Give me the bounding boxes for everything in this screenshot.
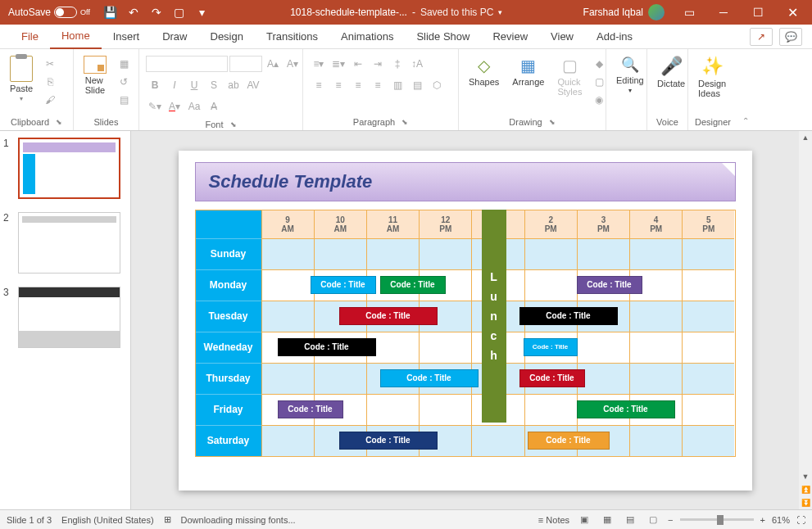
text-dir-icon[interactable]: ↕A <box>408 56 426 72</box>
schedule-block[interactable]: Code : Title <box>311 276 376 294</box>
clear-format-icon[interactable]: A̶ <box>205 98 223 115</box>
tab-file[interactable]: File <box>10 25 50 49</box>
sorter-view-icon[interactable]: ▦ <box>599 513 615 527</box>
tab-design[interactable]: Design <box>199 25 255 49</box>
line-spacing-icon[interactable]: ‡ <box>388 56 406 72</box>
align-text-icon[interactable]: ▤ <box>408 77 426 93</box>
ribbon-options-icon[interactable]: ▭ <box>673 0 705 25</box>
align-center-icon[interactable]: ≡ <box>329 77 347 93</box>
save-icon[interactable]: 💾 <box>102 3 120 21</box>
tab-transitions[interactable]: Transitions <box>255 25 329 49</box>
reset-icon[interactable]: ↺ <box>115 74 133 90</box>
launcher-icon[interactable]: ⬊ <box>549 118 556 126</box>
strike-icon[interactable]: S <box>205 77 223 93</box>
slideshow-view-icon[interactable]: ▢ <box>645 513 661 527</box>
schedule-block[interactable]: Code : Title <box>577 276 642 294</box>
bold-icon[interactable]: B <box>146 77 164 93</box>
schedule-table[interactable]: 9AM 10AM 11AM 12PM 1PM 2PM 3PM 4PM 5PM S… <box>195 210 736 457</box>
zoom-level[interactable]: 61% <box>772 515 790 525</box>
numbering-icon[interactable]: ≣▾ <box>329 56 347 72</box>
launcher-icon[interactable]: ⬊ <box>56 118 62 126</box>
fit-window-icon[interactable]: ⛶ <box>796 515 805 525</box>
more-icon[interactable]: ▾ <box>193 3 211 21</box>
align-left-icon[interactable]: ≡ <box>310 77 328 93</box>
schedule-block[interactable]: Code : Title <box>278 338 376 356</box>
minimize-icon[interactable]: ─ <box>707 0 740 25</box>
tab-draw[interactable]: Draw <box>151 25 198 49</box>
language-status[interactable]: English (United States) <box>61 515 154 525</box>
tab-animations[interactable]: Animations <box>329 25 405 49</box>
smart-art-icon[interactable]: ⬡ <box>428 77 446 93</box>
font-name-select[interactable] <box>146 56 228 72</box>
new-slide-button[interactable]: New Slide <box>79 52 111 98</box>
change-case-icon[interactable]: Aa <box>185 98 203 115</box>
schedule-block[interactable]: Code : Title <box>528 432 610 450</box>
italic-icon[interactable]: I <box>166 77 184 93</box>
thumbnail-1[interactable]: 1 <box>3 138 127 199</box>
zoom-out-icon[interactable]: − <box>668 515 673 525</box>
shapes-button[interactable]: ◇Shapes <box>464 52 504 90</box>
zoom-slider[interactable] <box>680 518 754 521</box>
close-icon[interactable]: ✕ <box>776 0 809 25</box>
collapse-ribbon-icon[interactable]: ⌃ <box>737 49 754 130</box>
design-ideas-button[interactable]: ✨Design Ideas <box>693 52 731 102</box>
schedule-block[interactable]: Code : Title <box>278 400 343 418</box>
prev-slide-icon[interactable]: ⏫ <box>799 483 812 496</box>
tab-view[interactable]: View <box>539 25 585 49</box>
thumbnail-3[interactable]: 3 <box>3 287 127 348</box>
layout-icon[interactable]: ▦ <box>115 56 133 72</box>
tab-insert[interactable]: Insert <box>102 25 152 49</box>
indent-inc-icon[interactable]: ⇥ <box>369 56 387 72</box>
next-slide-icon[interactable]: ⏬ <box>799 496 812 509</box>
arrange-button[interactable]: ▦Arrange <box>507 52 549 90</box>
highlight-icon[interactable]: ✎▾ <box>146 98 164 115</box>
slide-counter[interactable]: Slide 1 of 3 <box>7 515 52 525</box>
increase-font-icon[interactable]: A▴ <box>264 56 282 72</box>
schedule-block[interactable]: Code : Title <box>380 369 479 387</box>
launcher-icon[interactable]: ⬊ <box>230 120 237 129</box>
accessibility-icon[interactable]: ⊞ <box>164 514 171 525</box>
tab-review[interactable]: Review <box>481 25 539 49</box>
spacing-icon[interactable]: AV <box>244 77 262 93</box>
columns-icon[interactable]: ▥ <box>388 77 406 93</box>
autosave-toggle[interactable]: AutoSave Off <box>3 7 95 18</box>
redo-icon[interactable]: ↷ <box>147 3 166 21</box>
vertical-scrollbar[interactable]: ▲ ▼ ⏫ ⏬ <box>799 131 812 509</box>
share-icon[interactable]: ↗ <box>750 28 773 46</box>
schedule-block[interactable]: Code : Title <box>577 400 675 418</box>
font-size-select[interactable] <box>229 56 262 72</box>
tab-slideshow[interactable]: Slide Show <box>405 25 481 49</box>
notes-button[interactable]: ≡ Notes <box>538 515 569 525</box>
shadow-icon[interactable]: ab <box>225 77 243 93</box>
schedule-block[interactable]: Code : Title <box>339 307 438 325</box>
lunch-block[interactable]: Lunch <box>482 210 506 423</box>
schedule-block[interactable]: Code : Title <box>519 369 585 387</box>
format-painter-icon[interactable]: 🖌 <box>41 92 59 108</box>
maximize-icon[interactable]: ☐ <box>742 0 774 25</box>
justify-icon[interactable]: ≡ <box>369 77 387 93</box>
underline-icon[interactable]: U <box>185 77 203 93</box>
account-info[interactable]: Farshad Iqbal <box>575 4 673 20</box>
launcher-icon[interactable]: ⬊ <box>401 118 408 126</box>
bullets-icon[interactable]: ≡▾ <box>310 56 328 72</box>
indent-dec-icon[interactable]: ⇤ <box>349 56 367 72</box>
quick-styles-button[interactable]: ▢Quick Styles <box>552 52 587 100</box>
schedule-block[interactable]: Code : Title <box>380 276 446 294</box>
undo-icon[interactable]: ↶ <box>125 3 143 21</box>
align-right-icon[interactable]: ≡ <box>349 77 367 93</box>
section-icon[interactable]: ▤ <box>115 92 133 108</box>
scroll-up-icon[interactable]: ▲ <box>799 131 812 144</box>
font-color-icon[interactable]: A▾ <box>166 98 184 115</box>
copy-icon[interactable]: ⎘ <box>41 74 59 90</box>
slide-title[interactable]: Schedule Template <box>195 162 736 201</box>
thumbnail-2[interactable]: 2 <box>3 212 127 274</box>
editing-button[interactable]: 🔍Editing▾ <box>611 52 649 97</box>
decrease-font-icon[interactable]: A▾ <box>284 56 302 72</box>
paste-button[interactable]: Paste ▾ <box>5 52 38 106</box>
normal-view-icon[interactable]: ▣ <box>576 513 592 527</box>
scroll-down-icon[interactable]: ▼ <box>799 470 812 483</box>
schedule-block[interactable]: Code : Title <box>339 432 438 450</box>
slideshow-icon[interactable]: ▢ <box>170 3 188 21</box>
tab-addins[interactable]: Add-ins <box>585 25 644 49</box>
slide-canvas[interactable]: Schedule Template 9AM 10AM 11AM 12PM 1PM… <box>131 131 799 509</box>
